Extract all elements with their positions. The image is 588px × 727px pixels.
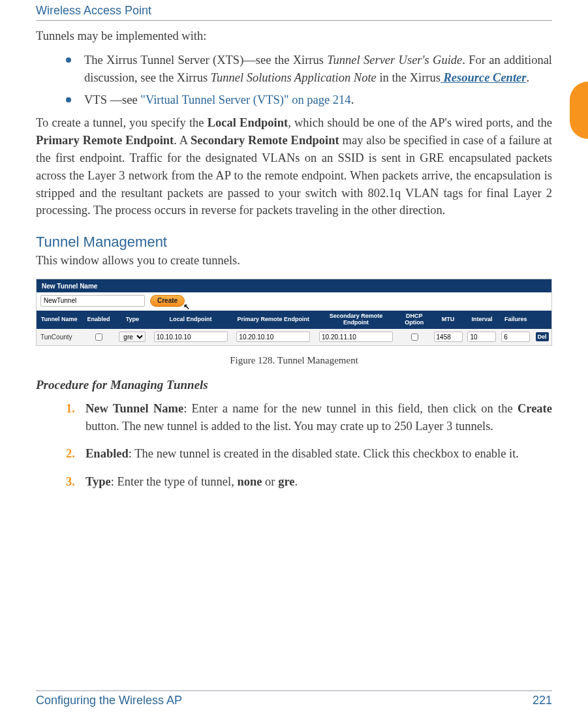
step-2-term: Enabled (85, 447, 129, 460)
header-title: Wireless Access Point (36, 4, 151, 17)
footer-page-number: 221 (533, 694, 552, 707)
th-failures: Failures (499, 311, 533, 329)
cell-interval (465, 329, 499, 345)
bullet-1: The Xirrus Tunnel Server (XTS)—see the X… (66, 52, 552, 87)
create-button-label: Create (157, 297, 178, 304)
bullet-2: VTS —see "Virtual Tunnel Server (VTS)" o… (66, 91, 552, 109)
step-3-b2: none (237, 475, 262, 488)
page-footer: Configuring the Wireless AP 221 (36, 690, 552, 707)
bullet-1-end: . (526, 71, 529, 84)
step-3-b3: gre (278, 475, 294, 488)
new-tunnel-name-label: New Tunnel Name (37, 279, 551, 292)
th-type: Type (116, 311, 149, 329)
procedure-steps: 1. New Tunnel Name: Enter a name for the… (36, 400, 552, 491)
tunnel-table: Tunnel Name Enabled Type Local Endpoint … (37, 311, 551, 345)
th-local: Local Endpoint (149, 311, 232, 329)
step-3-a: : Enter the type of tunnel, (111, 475, 238, 488)
step-3-end: . (294, 475, 298, 488)
section-heading: Tunnel Management (36, 234, 552, 251)
figure-caption: Figure 128. Tunnel Management (36, 355, 552, 366)
step-3-term: Type (85, 475, 111, 488)
step-1-num: 1. (66, 400, 75, 418)
step-3-mid: or (262, 475, 278, 488)
step-2-a: : The new tunnel is created in the disab… (129, 447, 519, 460)
cell-delete: Del (533, 329, 551, 345)
cell-local (149, 329, 232, 345)
step-1-term: New Tunnel Name (85, 402, 183, 415)
p1f: Secondary Remote Endpoint (191, 134, 339, 147)
bullet-1-em2: Tunnel Solutions Application Note (211, 71, 377, 84)
interval-input[interactable] (467, 332, 496, 342)
cell-secondary (315, 329, 397, 345)
type-select[interactable]: gre (119, 332, 146, 342)
step-2-num: 2. (66, 445, 75, 463)
step-3-num: 3. (66, 473, 75, 491)
th-primary: Primary Remote Endpoint (232, 311, 315, 329)
running-header: Wireless Access Point (36, 0, 552, 21)
enabled-checkbox[interactable] (95, 333, 102, 341)
cell-dhcp (397, 329, 431, 345)
cell-primary (232, 329, 315, 345)
vts-xref[interactable]: "Virtual Tunnel Server (VTS)" on page 21… (140, 93, 350, 106)
th-blank (533, 311, 551, 329)
p1c: , which should be one of the AP's wired … (288, 116, 552, 129)
bullet-1-text: The Xirrus Tunnel Server (XTS)—see the X… (84, 54, 327, 67)
p1a: To create a tunnel, you specify the (36, 116, 208, 129)
new-tunnel-input[interactable] (40, 295, 145, 307)
mtu-input[interactable] (434, 332, 463, 342)
primary-endpoint-input[interactable] (236, 332, 310, 342)
main-paragraph: To create a tunnel, you specify the Loca… (36, 114, 552, 219)
cell-type: gre (116, 329, 149, 345)
local-endpoint-input[interactable] (154, 332, 228, 342)
bullet-2-text: VTS —see (84, 93, 140, 106)
resource-center-link[interactable]: Resource Center (441, 71, 527, 84)
th-dhcp: DHCP Option (397, 311, 431, 329)
procedure-title: Procedure for Managing Tunnels (36, 378, 552, 392)
p1b: Local Endpoint (208, 116, 288, 129)
secondary-endpoint-input[interactable] (319, 332, 393, 342)
step-1-c: button. The new tunnel is added to the l… (85, 420, 493, 433)
table-header-row: Tunnel Name Enabled Type Local Endpoint … (37, 311, 551, 329)
cursor-icon: ↖ (183, 302, 190, 311)
bullet-list: The Xirrus Tunnel Server (XTS)—see the X… (36, 52, 552, 109)
bullet-1-em1: Tunnel Server User's Guide (327, 54, 462, 67)
tunnel-mgmt-screenshot: New Tunnel Name Create ↖ Tunnel Name Ena… (36, 279, 552, 346)
step-1-a: : Enter a name for the new tunnel in thi… (183, 402, 518, 415)
dhcp-checkbox[interactable] (411, 333, 418, 341)
cell-name: TunCounty (37, 329, 82, 345)
delete-button[interactable]: Del (536, 332, 549, 341)
bullet-1-post: in the Xirrus (377, 71, 441, 84)
step-1: 1. New Tunnel Name: Enter a name for the… (66, 400, 552, 435)
footer-left: Configuring the Wireless AP (36, 694, 182, 707)
create-button[interactable]: Create ↖ (150, 295, 185, 307)
intro-text: Tunnels may be implemented with: (36, 27, 552, 45)
p1e: . A (174, 134, 191, 147)
section-sub: This window allows you to create tunnels… (36, 252, 552, 270)
th-interval: Interval (465, 311, 499, 329)
p1d: Primary Remote Endpoint (36, 134, 174, 147)
section-tab (570, 82, 588, 139)
th-name: Tunnel Name (37, 311, 82, 329)
bullet-2-end: . (351, 93, 354, 106)
th-enabled: Enabled (82, 311, 116, 329)
cell-enabled (82, 329, 116, 345)
th-mtu: MTU (431, 311, 465, 329)
new-tunnel-row: Create ↖ (37, 292, 551, 311)
cell-failures (499, 329, 533, 345)
failures-input[interactable] (501, 332, 530, 342)
step-1-b2: Create (518, 402, 552, 415)
th-secondary: Secondary Remote Endpoint (315, 311, 397, 329)
page: Wireless Access Point Tunnels may be imp… (0, 0, 588, 727)
step-2: 2. Enabled: The new tunnel is created in… (66, 445, 552, 463)
table-row: TunCounty gre Del (37, 329, 551, 345)
step-3: 3. Type: Enter the type of tunnel, none … (66, 473, 552, 491)
figure-128: New Tunnel Name Create ↖ Tunnel Name Ena… (36, 279, 552, 366)
cell-mtu (431, 329, 465, 345)
